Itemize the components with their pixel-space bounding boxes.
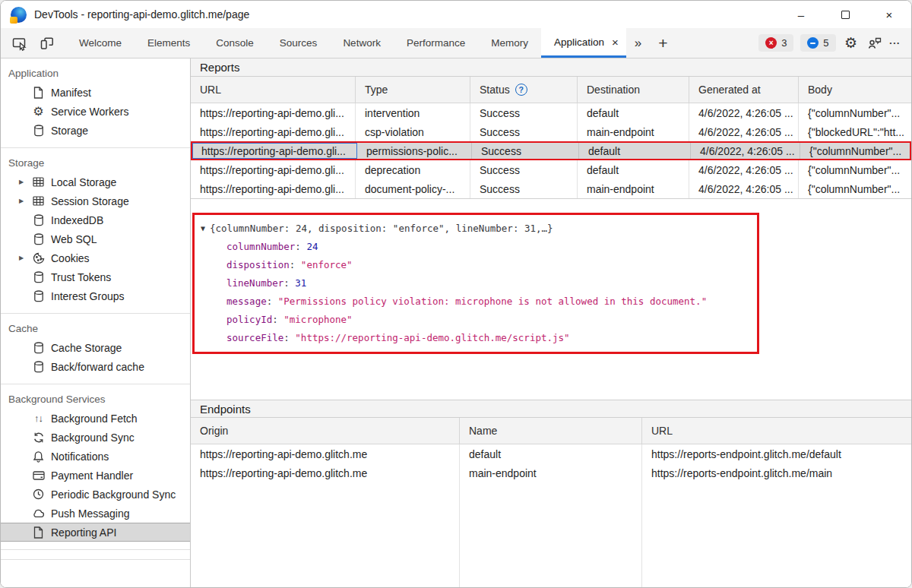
database-icon [32,232,45,245]
cell-type: deprecation [356,160,470,179]
column-header-status[interactable]: Status ? [470,77,578,103]
settings-gear-icon[interactable]: ⚙ [843,35,860,52]
tab-welcome[interactable]: Welcome [66,28,135,58]
database-icon [32,360,45,373]
endpoints-filler [191,482,911,587]
sidebar-item-manifest[interactable]: Manifest [1,83,190,102]
tab-console[interactable]: Console [203,28,267,58]
sidebar-item-cache-storage[interactable]: Cache Storage [1,338,190,357]
tab-close-icon[interactable]: × [612,36,619,49]
sidebar-item-indexeddb[interactable]: IndexedDB [1,210,190,229]
cell-body: {"columnNumber"... [799,179,911,198]
sidebar-item-reporting-api[interactable]: Reporting API [1,523,190,542]
endpoint-row[interactable]: https://reporting-api-demo.glitch.me mai… [191,463,911,482]
minimize-button[interactable]: – [779,1,823,28]
tab-elements[interactable]: Elements [135,28,203,58]
report-row[interactable]: https://reporting-api-demo.gli... interv… [191,103,911,122]
inspect-element-icon[interactable] [11,35,28,52]
expander-icon[interactable]: ▶ [19,198,32,204]
feedback-icon[interactable] [866,35,883,52]
tab-memory[interactable]: Memory [478,28,541,58]
panel-tabs: Welcome Elements Console Sources Network… [66,28,676,58]
more-tabs-icon[interactable]: » [626,28,650,58]
tab-sources[interactable]: Sources [267,28,331,58]
sidebar-item-label: Local Storage [51,176,116,188]
report-row[interactable]: https://reporting-api-demo.gli... csp-vi… [191,122,911,141]
maximize-button[interactable] [823,1,867,28]
sidebar-item-periodic-background-sync[interactable]: Periodic Background Sync [1,485,190,504]
application-sidebar: Application Manifest ⚙ Service Workers [1,58,191,587]
cell-type: permissions-polic... [357,143,472,159]
cell-origin: https://reporting-api-demo.glitch.me [191,444,460,463]
sidebar-stub [1,550,190,560]
report-row[interactable]: https://reporting-api-demo.gli... docume… [191,179,911,198]
device-toolbar-icon[interactable] [39,35,55,52]
file-icon [32,86,45,99]
devtools-toolbar: Welcome Elements Console Sources Network… [1,28,911,58]
cell-url: https://reports-endpoint.glitch.me/defau… [642,444,911,463]
cell-destination: main-endpoint [578,179,689,198]
column-header-type[interactable]: Type [356,77,470,103]
sidebar-item-label: Session Storage [51,195,129,207]
sidebar-item-trust-tokens[interactable]: Trust Tokens [1,267,190,286]
column-header-name[interactable]: Name [460,418,642,444]
reports-table-header: URL Type Status ? Destination Generated … [191,77,911,103]
sidebar-item-cookies[interactable]: ▶ Cookies [1,248,190,267]
sidebar-item-web-sql[interactable]: Web SQL [1,229,190,248]
clock-icon [32,488,45,501]
column-header-origin[interactable]: Origin [191,418,460,444]
new-tab-icon[interactable]: + [650,28,676,58]
column-header-body[interactable]: Body [799,77,911,103]
reports-table-body: https://reporting-api-demo.gli... interv… [191,103,911,199]
sidebar-item-background-fetch[interactable]: ↑↓ Background Fetch [1,409,190,428]
cell-url: https://reporting-api-demo.gli... [191,179,356,198]
up-down-arrows-icon: ↑↓ [32,412,45,425]
sidebar-item-payment-handler[interactable]: Payment Handler [1,466,190,485]
triangle-down-icon[interactable]: ▼ [201,224,205,232]
cell-type: intervention [356,103,470,122]
error-icon: × [765,37,777,49]
sidebar-item-interest-groups[interactable]: Interest Groups [1,286,190,305]
json-property: sourceFile"https://reporting-api-demo.gl… [201,328,751,346]
endpoint-row[interactable]: https://reporting-api-demo.glitch.me def… [191,444,911,463]
devtools-logo-icon [11,7,27,23]
sidebar-item-label: Background Fetch [51,413,138,425]
sidebar-item-session-storage[interactable]: ▶ Session Storage [1,191,190,210]
sidebar-item-label: Cache Storage [51,342,122,354]
column-header-url[interactable]: URL [642,418,911,444]
sidebar-item-background-sync[interactable]: Background Sync [1,428,190,447]
column-header-url[interactable]: URL [191,77,356,103]
column-header-destination[interactable]: Destination [578,77,689,103]
tab-application[interactable]: Application × [541,28,626,58]
expander-icon[interactable]: ▶ [19,179,32,185]
sidebar-item-back-forward-cache[interactable]: Back/forward cache [1,357,190,376]
cell-url[interactable]: https://reporting-api-demo.gli... [192,143,357,159]
issues-count-badge[interactable]: 5 [800,34,835,52]
sidebar-item-service-workers[interactable]: ⚙ Service Workers [1,102,190,121]
cell-generated-at: 4/6/2022, 4:26:05 ... [689,160,799,179]
report-row[interactable]: https://reporting-api-demo.gli... deprec… [191,160,911,179]
column-header-generated-at[interactable]: Generated at [689,77,799,103]
sidebar-item-label: IndexedDB [51,214,103,226]
table-grid-icon [32,194,45,207]
expander-icon[interactable]: ▶ [19,254,32,261]
report-row-selected[interactable]: https://reporting-api-demo.gli... permis… [191,141,911,160]
more-options-icon[interactable]: ••• [890,40,901,46]
status-help-icon[interactable]: ? [515,84,527,96]
cell-status: Success [470,179,578,198]
cell-body: {"columnNumber"... [799,160,911,179]
toolbar-right-cluster: × 3 5 ⚙ ••• [758,28,911,58]
sidebar-item-local-storage[interactable]: ▶ Local Storage [1,172,190,191]
error-count-badge[interactable]: × 3 [758,34,793,52]
close-button[interactable]: × [867,1,911,28]
tab-performance[interactable]: Performance [394,28,478,58]
json-property: disposition"enforce" [201,255,751,273]
sidebar-item-notifications[interactable]: Notifications [1,447,190,466]
endpoints-table-header: Origin Name URL [191,418,911,444]
cell-destination: default [578,160,689,179]
sidebar-item-push-messaging[interactable]: Push Messaging [1,504,190,523]
json-property: lineNumber31 [201,273,751,292]
sidebar-item-storage[interactable]: Storage [1,121,190,140]
tab-network[interactable]: Network [330,28,394,58]
section-title-storage: Storage [1,153,190,172]
